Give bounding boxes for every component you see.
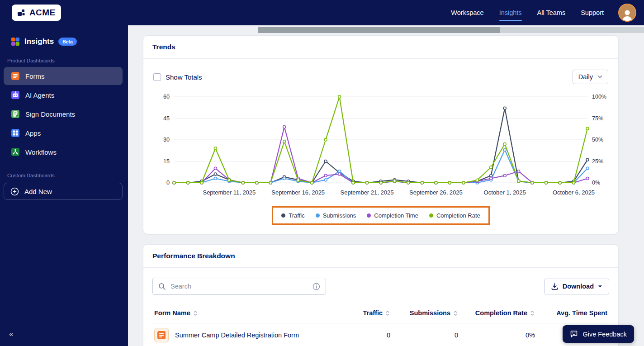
acme-logo[interactable]: ACME <box>12 5 61 21</box>
plus-circle-icon <box>10 187 19 196</box>
svg-text:60: 60 <box>163 94 170 100</box>
legend-wrap: Traffic Submissions Completion Time Comp… <box>152 206 609 225</box>
main-content: Trends Show Totals Daily 00%1525%3050%45… <box>128 25 644 346</box>
column-submissions[interactable]: Submissions <box>390 309 458 317</box>
legend-item-traffic[interactable]: Traffic <box>281 212 304 219</box>
sidebar-item-label: Forms <box>25 72 45 80</box>
svg-text:30: 30 <box>163 137 170 143</box>
chart-legend-highlighted: Traffic Submissions Completion Time Comp… <box>272 206 489 225</box>
form-row-name[interactable]: Summer Camp Detailed Registration Form <box>154 328 322 342</box>
nav-all-teams[interactable]: All Teams <box>537 9 566 16</box>
section-custom-dashboards: Custom Dashboards <box>7 173 121 178</box>
cell-submissions: 0 <box>390 332 458 339</box>
sidebar-collapse-button[interactable]: « <box>9 330 12 339</box>
show-totals-checkbox[interactable] <box>153 73 161 81</box>
svg-text:October 6, 2025: October 6, 2025 <box>553 189 595 196</box>
legend-item-completion-time[interactable]: Completion Time <box>367 212 418 219</box>
legend-item-completion-rate[interactable]: Completion Rate <box>429 212 480 219</box>
svg-text:50%: 50% <box>592 137 603 143</box>
form-icon <box>157 331 166 340</box>
feedback-bubble-icon <box>570 330 578 338</box>
column-completion-rate[interactable]: Completion Rate <box>458 309 535 317</box>
add-new-label: Add New <box>24 188 52 195</box>
svg-text:0: 0 <box>166 180 170 186</box>
nav-insights[interactable]: Insights <box>499 9 522 16</box>
sort-icon <box>193 310 198 316</box>
column-traffic[interactable]: Traffic <box>322 309 390 317</box>
column-avg-time-spent[interactable]: Avg. Time Spent <box>535 309 607 317</box>
give-feedback-button[interactable]: Give Feedback <box>563 325 634 343</box>
sidebar: Insights Beta Product Dashboards Forms A… <box>0 25 128 346</box>
scrolled-content-strip-light <box>500 27 644 33</box>
performance-controls: Download <box>152 278 609 295</box>
forms-icon <box>11 71 20 81</box>
sidebar-menu: Forms AI Agents Sign Documents <box>0 67 128 161</box>
sidebar-item-label: Apps <box>25 129 41 137</box>
ai-agents-icon <box>11 90 20 100</box>
top-nav: Workspace Insights All Teams Support <box>451 9 604 16</box>
table-header: Form Name Traffic Submissions <box>152 306 609 323</box>
trends-card-header: Trends <box>143 36 618 59</box>
submissions-dot-icon <box>316 213 320 218</box>
sign-documents-icon <box>11 109 20 118</box>
download-label: Download <box>563 283 594 290</box>
give-feedback-label: Give Feedback <box>582 331 627 338</box>
svg-text:75%: 75% <box>592 115 603 122</box>
column-form-name[interactable]: Form Name <box>154 309 322 317</box>
beta-badge: Beta <box>58 38 77 46</box>
sidebar-item-forms[interactable]: Forms <box>4 67 123 85</box>
trends-controls: Show Totals Daily <box>153 70 608 84</box>
legend-item-submissions[interactable]: Submissions <box>316 212 356 219</box>
insights-logo-icon <box>11 37 20 46</box>
completion-time-dot-icon <box>367 213 371 218</box>
sidebar-item-ai-agents[interactable]: AI Agents <box>4 86 123 104</box>
svg-text:0%: 0% <box>592 180 600 186</box>
chevron-down-icon <box>597 75 602 79</box>
svg-text:45: 45 <box>163 115 170 122</box>
sidebar-item-sign-documents[interactable]: Sign Documents <box>4 105 123 123</box>
logo-text: ACME <box>29 8 56 18</box>
nav-workspace[interactable]: Workspace <box>451 9 483 16</box>
performance-title: Performance Breakdown <box>152 252 235 260</box>
cell-completion-rate: 0% <box>458 332 535 339</box>
svg-text:October 1, 2025: October 1, 2025 <box>484 189 526 196</box>
user-avatar[interactable] <box>618 4 636 22</box>
sidebar-item-label: Sign Documents <box>25 110 75 118</box>
table-row[interactable]: Summer Camp Detailed Registration Form 0… <box>152 323 609 346</box>
interval-select[interactable]: Daily <box>573 70 608 84</box>
sidebar-item-apps[interactable]: Apps <box>4 124 123 142</box>
workflows-icon <box>11 147 20 156</box>
caret-down-icon <box>598 285 602 288</box>
apps-icon <box>11 128 20 137</box>
svg-text:25%: 25% <box>592 158 603 165</box>
cell-traffic: 0 <box>322 332 390 339</box>
show-totals-label: Show Totals <box>166 73 202 81</box>
sidebar-item-label: AI Agents <box>25 91 54 99</box>
top-header: ACME Workspace Insights All Teams Suppor… <box>0 0 644 25</box>
sort-icon <box>453 310 458 316</box>
completion-rate-dot-icon <box>429 213 433 218</box>
svg-text:15: 15 <box>163 158 170 165</box>
trends-card-body: Show Totals Daily 00%1525%3050%4575%6010… <box>143 59 618 234</box>
performance-card-header: Performance Breakdown <box>143 245 618 268</box>
person-icon <box>620 8 634 21</box>
svg-text:September 16, 2025: September 16, 2025 <box>271 189 325 196</box>
svg-text:September 21, 2025: September 21, 2025 <box>341 189 394 196</box>
search-box[interactable] <box>152 278 326 295</box>
show-totals-toggle[interactable]: Show Totals <box>153 73 202 81</box>
add-new-button[interactable]: Add New <box>4 183 123 200</box>
info-icon[interactable] <box>313 283 320 290</box>
svg-text:September 26, 2025: September 26, 2025 <box>409 189 463 196</box>
search-input[interactable] <box>170 283 308 290</box>
download-icon <box>551 283 559 290</box>
sidebar-item-workflows[interactable]: Workflows <box>4 143 123 161</box>
performance-card: Performance Breakdown <box>143 244 619 346</box>
sort-icon <box>530 310 535 316</box>
acme-logo-icon <box>16 8 26 18</box>
download-button[interactable]: Download <box>544 279 609 294</box>
nav-support[interactable]: Support <box>581 9 604 16</box>
trends-chart: 00%1525%3050%4575%60100%September 11, 20… <box>152 90 610 199</box>
form-tile <box>154 328 169 342</box>
svg-text:September 11, 2025: September 11, 2025 <box>203 189 256 196</box>
sort-icon <box>385 310 390 316</box>
